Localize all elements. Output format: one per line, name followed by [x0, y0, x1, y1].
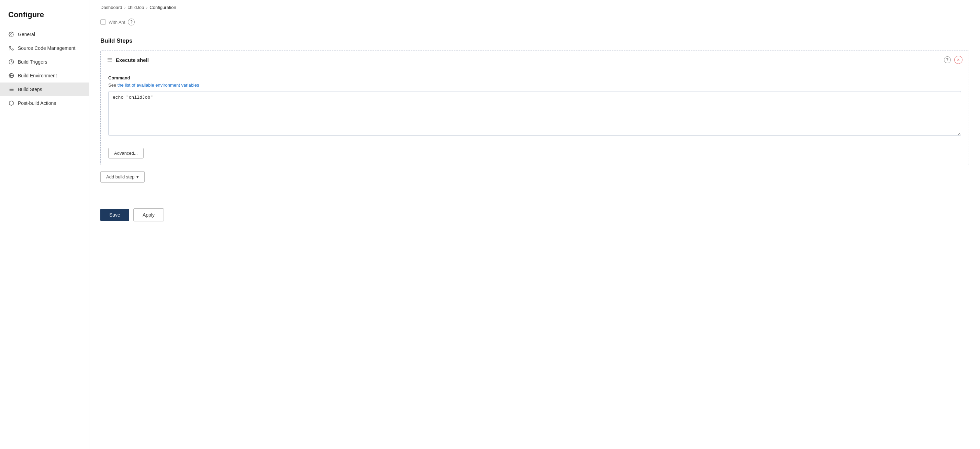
apply-button[interactable]: Apply: [133, 209, 164, 221]
step-close-button[interactable]: ×: [954, 56, 963, 64]
sidebar-item-build-steps[interactable]: Build Steps: [0, 83, 89, 96]
env-vars-text: See the list of available environment va…: [108, 83, 961, 88]
ant-label: With Ant: [108, 20, 125, 25]
source-icon: [8, 45, 14, 51]
sidebar-nav: General Source Code Management Build Tri…: [0, 27, 89, 110]
save-button[interactable]: Save: [100, 209, 129, 221]
sidebar-item-general[interactable]: General: [0, 27, 89, 41]
ant-section: With Ant ?: [89, 15, 980, 29]
sidebar-title: Configure: [0, 7, 89, 27]
ant-checkbox[interactable]: [100, 19, 106, 25]
sidebar-label-environment: Build Environment: [18, 73, 57, 78]
command-label: Command: [108, 75, 961, 80]
breadcrumb-sep-2: ›: [146, 5, 147, 10]
add-build-step-button[interactable]: Add build step ▾: [100, 171, 145, 183]
sidebar-label-general: General: [18, 32, 35, 37]
drag-handle-icon[interactable]: [107, 57, 112, 62]
globe-icon: [8, 73, 14, 79]
dropdown-arrow-icon: ▾: [137, 174, 139, 180]
sidebar-label-source: Source Code Management: [18, 45, 75, 51]
sidebar-item-build-triggers[interactable]: Build Triggers: [0, 55, 89, 69]
gear-icon: [8, 31, 14, 37]
advanced-section: Advanced...: [101, 143, 969, 165]
command-textarea[interactable]: [108, 91, 961, 136]
advanced-button[interactable]: Advanced...: [108, 148, 144, 159]
ant-help-button[interactable]: ?: [128, 19, 135, 25]
build-step-card: Execute shell ? × Command See the list o…: [100, 51, 969, 165]
sidebar-label-triggers: Build Triggers: [18, 59, 48, 65]
content-area: Build Steps Execute shell ? × Command: [89, 29, 980, 202]
add-build-step-label: Add build step: [106, 174, 134, 180]
breadcrumb-configuration: Configuration: [150, 5, 176, 10]
step-title: Execute shell: [116, 57, 940, 63]
sidebar-item-post-build[interactable]: Post-build Actions: [0, 96, 89, 110]
build-steps-title: Build Steps: [100, 37, 969, 45]
action-bar: Save Apply: [89, 202, 980, 228]
sidebar-item-build-environment[interactable]: Build Environment: [0, 69, 89, 83]
breadcrumb-dashboard[interactable]: Dashboard: [100, 5, 123, 10]
list-icon: [8, 86, 14, 92]
svg-point-0: [11, 34, 12, 35]
breadcrumb-childjob[interactable]: childJob: [128, 5, 144, 10]
sidebar-label-build-steps: Build Steps: [18, 87, 42, 92]
breadcrumb: Dashboard › childJob › Configuration: [89, 0, 980, 15]
box-icon: [8, 100, 14, 106]
sidebar-label-post-build: Post-build Actions: [18, 100, 56, 106]
sidebar-item-source-code[interactable]: Source Code Management: [0, 41, 89, 55]
step-help-button[interactable]: ?: [944, 56, 951, 63]
build-step-body: Command See the list of available enviro…: [101, 69, 969, 143]
main-content: Dashboard › childJob › Configuration Wit…: [89, 0, 980, 449]
breadcrumb-sep-1: ›: [124, 5, 126, 10]
env-vars-link[interactable]: the list of available environment variab…: [118, 83, 199, 88]
triggers-icon: [8, 59, 14, 65]
build-step-header: Execute shell ? ×: [101, 51, 969, 69]
sidebar: Configure General Source Code Management: [0, 0, 89, 449]
